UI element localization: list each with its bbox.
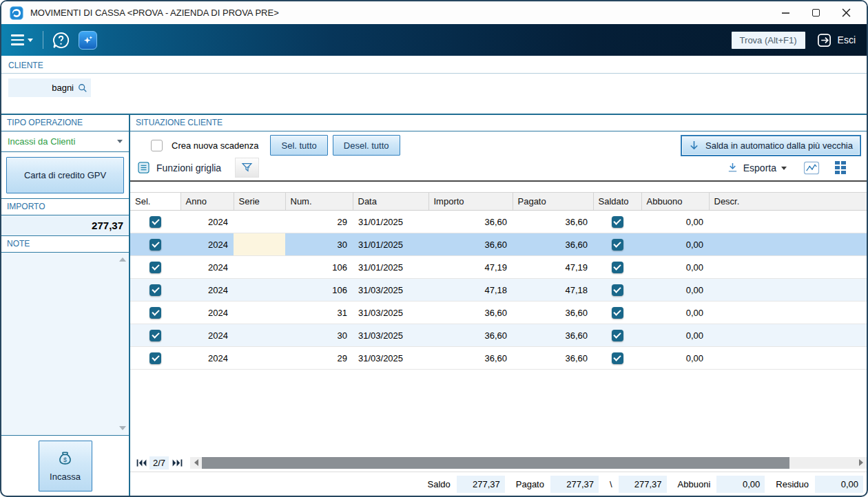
- toolbar-right: Trova (Alt+F1) Esci: [732, 32, 858, 49]
- column-header-serie[interactable]: Serie: [234, 193, 285, 211]
- cell-sel: [130, 256, 180, 279]
- note-textarea[interactable]: [1, 253, 129, 436]
- table-row[interactable]: 202410631/01/202547,1947,190,00: [130, 256, 867, 279]
- last-page-button[interactable]: [171, 456, 183, 469]
- crea-nuova-scadenza-checkbox[interactable]: [151, 140, 163, 151]
- arrow-down-icon: [689, 140, 699, 151]
- column-header-num[interactable]: Num.: [285, 193, 353, 211]
- column-header-abbuono[interactable]: Abbuono: [641, 193, 709, 211]
- column-header-importo[interactable]: Importo: [428, 193, 513, 211]
- sparkle-icon: [81, 34, 94, 47]
- app-window: MOVIMENTI DI CASSA <PROVA - AZIENDA DI P…: [0, 0, 868, 497]
- cell-data: 31/01/2025: [353, 233, 428, 256]
- exit-icon: [816, 32, 832, 48]
- carta-credito-button[interactable]: Carta di credito GPV: [6, 157, 124, 193]
- horizontal-scrollbar[interactable]: [190, 457, 867, 469]
- first-page-icon: [136, 459, 147, 467]
- scroll-down-icon[interactable]: [119, 426, 126, 430]
- column-header-descr[interactable]: Descr.: [709, 193, 867, 211]
- row-select-checkbox[interactable]: [149, 284, 161, 296]
- saldato-checkbox[interactable]: [612, 330, 623, 341]
- minimize-button[interactable]: [770, 3, 800, 23]
- incassa-button[interactable]: $ Incassa: [39, 441, 92, 491]
- table-row[interactable]: 20243031/01/202536,6036,600,00: [130, 233, 867, 256]
- payment-button-area: Carta di credito GPV: [1, 152, 129, 199]
- column-header-anno[interactable]: Anno: [180, 193, 234, 211]
- row-select-checkbox[interactable]: [149, 239, 161, 251]
- saldato-checkbox[interactable]: [612, 262, 623, 273]
- importo-value[interactable]: 277,37: [1, 215, 129, 236]
- row-select-checkbox[interactable]: [149, 262, 161, 273]
- saldato-checkbox[interactable]: [612, 307, 623, 319]
- table-row[interactable]: 20243031/03/202536,6036,600,00: [130, 324, 867, 347]
- esci-button[interactable]: Esci: [816, 32, 858, 48]
- cell-data: 31/03/2025: [353, 302, 428, 324]
- saldato-checkbox[interactable]: [612, 239, 623, 251]
- scroll-left-button[interactable]: [190, 457, 202, 469]
- scrollbar-thumb[interactable]: [202, 457, 789, 469]
- cell-sel: [130, 347, 180, 370]
- cell-data: 31/03/2025: [353, 324, 428, 347]
- line-chart-icon: [803, 161, 820, 175]
- column-header-saldato[interactable]: Saldato: [593, 193, 641, 211]
- desel-tutto-button[interactable]: Desel. tutto: [333, 135, 400, 156]
- total-label: Saldo: [428, 479, 451, 489]
- cell-serie: [234, 256, 285, 279]
- table-row[interactable]: 20242931/01/202536,6036,600,00: [130, 211, 867, 233]
- crea-nuova-scadenza-label: Crea nuova scadenza: [172, 140, 258, 151]
- cell-abbuono: 0,00: [641, 256, 709, 279]
- window-controls: [770, 3, 861, 23]
- saldato-checkbox[interactable]: [612, 352, 623, 364]
- tipo-operazione-select[interactable]: Incassi da Clienti: [1, 131, 129, 152]
- pager-row: 2/7: [130, 454, 867, 472]
- main-toolbar: Trova (Alt+F1) Esci: [1, 24, 867, 56]
- menu-button[interactable]: [10, 32, 34, 48]
- cell-anno: 2024: [180, 347, 234, 370]
- cell-descr: [709, 302, 867, 324]
- first-page-button[interactable]: [135, 456, 147, 469]
- cell-serie: [234, 279, 285, 302]
- minimize-icon: [782, 12, 789, 14]
- totals-footer: Saldo277,37Pagato277,37\277,37Abbuoni0,0…: [130, 472, 867, 496]
- search-icon[interactable]: [78, 83, 87, 93]
- scroll-right-button[interactable]: [855, 457, 867, 469]
- row-select-checkbox[interactable]: [149, 352, 161, 364]
- trova-shortcut[interactable]: Trova (Alt+F1): [732, 32, 805, 49]
- grid-empty-space: [130, 370, 867, 454]
- table-row[interactable]: 20242931/03/202536,6036,600,00: [130, 347, 867, 370]
- scroll-left-icon: [194, 459, 198, 466]
- table-row[interactable]: 202410631/03/202547,1847,180,00: [130, 279, 867, 302]
- esporta-button[interactable]: Esporta: [727, 162, 787, 173]
- help-button[interactable]: [52, 31, 70, 50]
- row-select-checkbox[interactable]: [149, 216, 161, 228]
- scroll-up-icon[interactable]: [119, 257, 126, 262]
- column-header-sel[interactable]: Sel.: [130, 193, 180, 211]
- row-select-checkbox[interactable]: [149, 307, 161, 319]
- salda-automatico-label: Salda in automatico dalla più vecchia: [705, 140, 853, 151]
- ai-assistant-button[interactable]: [79, 31, 97, 50]
- sel-tutto-button[interactable]: Sel. tutto: [270, 135, 327, 156]
- filter-button[interactable]: [235, 158, 259, 178]
- cell-pagato: 47,18: [513, 279, 593, 302]
- saldato-checkbox[interactable]: [612, 216, 623, 228]
- maximize-button[interactable]: [800, 3, 831, 23]
- table-row[interactable]: 20243131/03/202536,6036,600,00: [130, 302, 867, 324]
- total-value: 277,37: [550, 476, 599, 493]
- row-select-checkbox[interactable]: [149, 330, 161, 341]
- scrollbar-track[interactable]: [202, 457, 855, 469]
- chart-button[interactable]: [803, 161, 820, 175]
- cell-pagato: 47,19: [513, 256, 593, 279]
- salda-automatico-button[interactable]: Salda in automatico dalla più vecchia: [681, 135, 861, 156]
- column-header-data[interactable]: Data: [353, 193, 428, 211]
- filter-funnel-icon: [241, 162, 253, 173]
- cell-anno: 2024: [180, 233, 234, 256]
- saldato-checkbox[interactable]: [612, 284, 623, 296]
- cell-num: 29: [285, 211, 353, 233]
- grid-view-button[interactable]: [835, 161, 846, 174]
- close-button[interactable]: [831, 3, 861, 23]
- cell-saldato: [593, 324, 641, 347]
- note-scrollbar[interactable]: [117, 254, 127, 434]
- funzioni-griglia-button[interactable]: Funzioni griglia: [137, 161, 221, 174]
- column-header-pagato[interactable]: Pagato: [513, 193, 593, 211]
- cliente-search-input[interactable]: bagni: [8, 78, 91, 97]
